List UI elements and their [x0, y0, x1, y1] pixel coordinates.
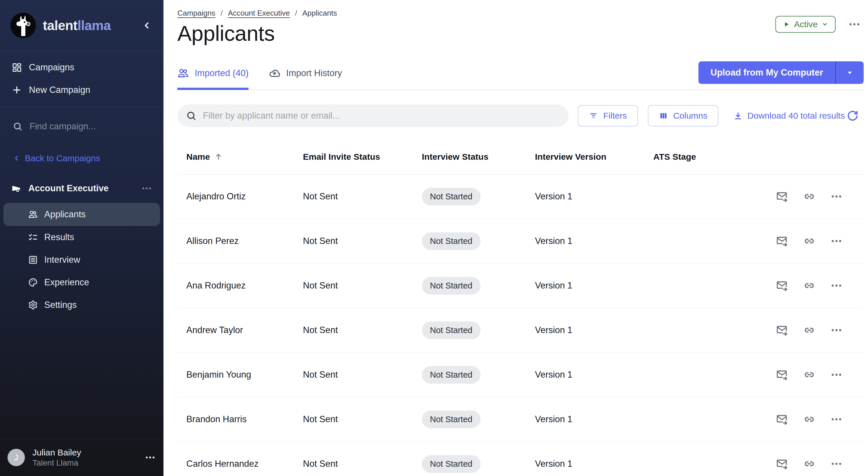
sidebar-search [0, 115, 163, 138]
sidebar-item-label: Campaigns [29, 62, 74, 73]
dashboard-grid-icon [11, 62, 22, 73]
copy-link-icon[interactable] [803, 190, 816, 203]
sidebar-item-new-campaign[interactable]: New Campaign [0, 79, 163, 101]
breadcrumb-campaigns[interactable]: Campaigns [177, 9, 216, 18]
status-label: Active [794, 20, 818, 29]
gear-icon [28, 300, 38, 310]
copy-link-icon[interactable] [803, 413, 816, 426]
caret-down-icon [846, 69, 854, 76]
plus-icon [11, 85, 22, 95]
sidebar-item-campaigns[interactable]: Campaigns [0, 56, 163, 79]
user-menu-icon[interactable] [144, 452, 156, 463]
column-header-email-invite-status: Email Invite Status [303, 152, 422, 162]
row-menu-icon[interactable] [830, 279, 843, 292]
find-campaign-input[interactable] [30, 121, 151, 132]
columns-icon [659, 111, 668, 120]
copy-link-icon[interactable] [803, 457, 816, 470]
upload-from-computer-button[interactable]: Upload from My Computer [699, 61, 835, 84]
sidebar-item-experience[interactable]: Experience [3, 271, 160, 294]
interview-version: Version 1 [535, 191, 653, 202]
row-menu-icon[interactable] [830, 457, 843, 470]
search-icon [186, 110, 196, 121]
page-menu-icon[interactable] [848, 18, 861, 31]
copy-link-icon[interactable] [803, 235, 816, 247]
columns-button[interactable]: Columns [648, 105, 718, 126]
upload-options-button[interactable] [836, 61, 864, 84]
interview-version: Version 1 [535, 458, 653, 469]
copy-link-icon[interactable] [803, 279, 816, 292]
email-invite-status: Not Sent [303, 370, 422, 380]
row-menu-icon[interactable] [830, 413, 843, 426]
table-row: Andrew Taylor Not Sent Not Started Versi… [177, 308, 864, 353]
row-menu-icon[interactable] [830, 190, 843, 203]
tab-label: Import History [286, 68, 342, 78]
email-invite-status: Not Sent [303, 236, 422, 246]
applicant-name: Benjamin Young [177, 370, 303, 380]
megaphone-icon [11, 183, 22, 194]
download-label: Download 40 total results [747, 111, 845, 121]
chevron-left-icon [13, 155, 20, 162]
brand-wordmark: talentllama [43, 18, 111, 33]
sidebar-item-settings[interactable]: Settings [3, 294, 160, 316]
applicant-name: Andrew Taylor [177, 325, 303, 336]
sidebar-item-results[interactable]: Results [3, 226, 160, 249]
table-row: Carlos Hernandez Not Sent Not Started Ve… [177, 442, 864, 476]
campaign-status-button[interactable]: Active [775, 16, 836, 33]
copy-link-icon[interactable] [803, 324, 816, 337]
breadcrumb-separator: / [221, 9, 223, 18]
table-row: Alejandro Ortiz Not Sent Not Started Ver… [177, 174, 864, 219]
column-header-interview-status: Interview Status [422, 152, 535, 162]
interview-version: Version 1 [535, 236, 653, 246]
sidebar-item-interview[interactable]: Interview [3, 249, 160, 271]
columns-label: Columns [673, 111, 707, 121]
tab-imported[interactable]: Imported (40) [177, 57, 249, 89]
page-title: Applicants [177, 22, 864, 45]
filters-label: Filters [603, 111, 627, 121]
send-invite-email-icon[interactable] [776, 279, 788, 292]
palette-icon [28, 278, 38, 287]
table-row: Ana Rodriguez Not Sent Not Started Versi… [177, 264, 864, 308]
interview-version: Version 1 [535, 370, 653, 380]
send-invite-email-icon[interactable] [776, 235, 788, 247]
upload-split-button: Upload from My Computer [699, 61, 864, 84]
main-panel: Campaigns / Account Executive / Applican… [163, 0, 868, 476]
download-results-link[interactable]: Download 40 total results [734, 111, 845, 121]
send-invite-email-icon[interactable] [776, 324, 788, 337]
filters-button[interactable]: Filters [578, 105, 638, 126]
interview-status-badge: Not Started [422, 277, 480, 294]
sidebar-item-applicants[interactable]: Applicants [3, 203, 160, 226]
send-invite-email-icon[interactable] [776, 413, 788, 426]
table-row: Benjamin Young Not Sent Not Started Vers… [177, 353, 864, 397]
tab-import-history[interactable]: Import History [269, 57, 342, 89]
campaign-name: Account Executive [28, 183, 108, 194]
breadcrumb: Campaigns / Account Executive / Applican… [177, 0, 864, 18]
row-menu-icon[interactable] [830, 235, 843, 247]
row-menu-icon[interactable] [830, 368, 843, 381]
breadcrumb-account-executive[interactable]: Account Executive [228, 9, 290, 18]
send-invite-email-icon[interactable] [776, 368, 788, 381]
campaign-menu-icon[interactable] [141, 183, 153, 194]
copy-link-icon[interactable] [803, 368, 816, 381]
send-invite-email-icon[interactable] [776, 457, 788, 470]
chevron-down-icon [822, 21, 828, 28]
email-invite-status: Not Sent [303, 280, 422, 291]
applicant-filter-input[interactable] [203, 110, 560, 121]
sidebar-collapse-button[interactable] [140, 19, 154, 32]
send-invite-email-icon[interactable] [776, 190, 788, 203]
interview-status-badge: Not Started [422, 232, 480, 250]
table-toolbar: Filters Columns Download 40 total result… [177, 104, 864, 127]
column-header-name[interactable]: Name [177, 152, 303, 162]
interview-status-badge: Not Started [422, 188, 480, 205]
user-footer: J Julian Bailey Talent Llama [0, 439, 163, 476]
interview-version: Version 1 [535, 325, 653, 336]
refresh-icon[interactable] [847, 110, 859, 122]
email-invite-status: Not Sent [303, 191, 422, 202]
back-link-label: Back to Campaigns [25, 153, 100, 163]
users-icon [177, 67, 189, 79]
subnav-item-label: Interview [44, 255, 80, 265]
row-menu-icon[interactable] [830, 324, 843, 337]
sidebar-logo-row: talentllama [0, 0, 163, 51]
sidebar: talentllama Campaigns New Campaign Back … [0, 0, 163, 476]
back-to-campaigns-link[interactable]: Back to Campaigns [0, 147, 163, 169]
interview-version: Version 1 [535, 280, 653, 291]
